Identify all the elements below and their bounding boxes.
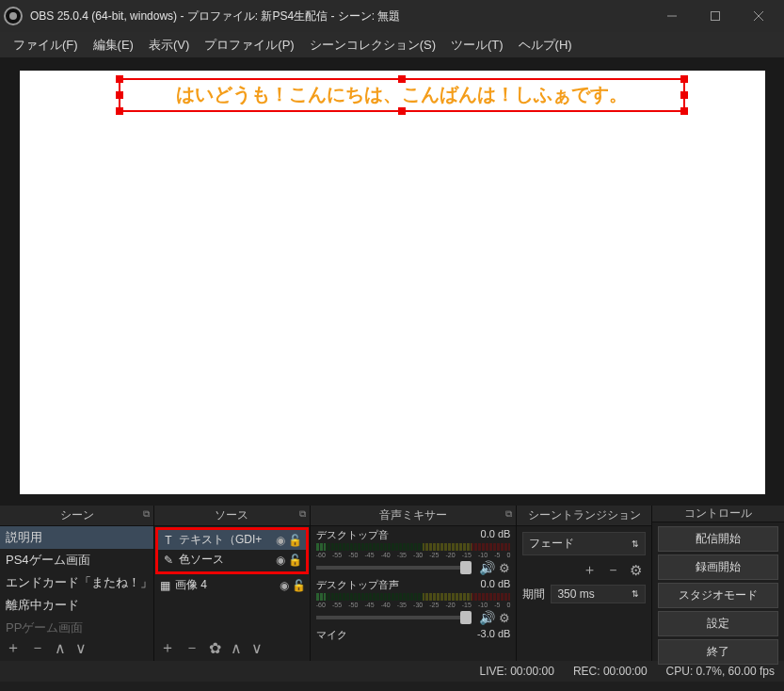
channel-name: マイク — [316, 628, 347, 642]
visibility-toggle[interactable]: ◉ — [277, 579, 292, 592]
resize-handle[interactable] — [116, 107, 123, 115]
preview-canvas[interactable]: はいどうも！こんにちは、こんばんは！しふぁです。 — [20, 71, 765, 494]
gear-icon[interactable]: ⚙ — [499, 611, 510, 625]
resize-handle[interactable] — [680, 91, 688, 99]
volume-slider[interactable] — [316, 616, 472, 619]
scene-item[interactable]: 説明用 — [0, 526, 153, 549]
mixer-header[interactable]: 音声ミキサー ⧉ — [311, 506, 517, 526]
title-bar: OBS 25.0.4 (64-bit, windows) - プロファイル: 新… — [0, 0, 784, 32]
duration-value: 350 ms — [557, 587, 594, 601]
source-label: 画像 4 — [175, 577, 277, 593]
resize-handle[interactable] — [680, 107, 688, 115]
scene-down-button[interactable]: ∨ — [75, 639, 87, 657]
scene-up-button[interactable]: ∧ — [55, 639, 66, 657]
remove-source-button[interactable]: － — [184, 638, 200, 658]
lock-toggle[interactable]: 🔓 — [288, 554, 303, 567]
chevron-updown-icon: ⇅ — [632, 589, 639, 599]
studio-mode-button[interactable]: スタジオモード — [658, 583, 778, 608]
sources-header[interactable]: ソース ⧉ — [154, 506, 310, 526]
transition-settings-button[interactable]: ⚙ — [630, 562, 642, 579]
source-item-color[interactable]: ✎ 色ソース ◉ 🔓 — [158, 550, 306, 570]
scenes-header[interactable]: シーン ⧉ — [0, 506, 153, 526]
volume-meter — [316, 593, 511, 601]
duration-label: 期間 — [522, 587, 545, 603]
menu-tools[interactable]: ツール(T) — [443, 33, 511, 57]
scene-item[interactable]: エンドカード「またね！」PS — [0, 571, 153, 594]
gear-icon[interactable]: ⚙ — [499, 561, 510, 575]
mixer-body: デスクトップ音0.0 dB -60-55-50-45-40-35-30-25-2… — [311, 526, 517, 661]
resize-handle[interactable] — [116, 91, 123, 99]
menu-help[interactable]: ヘルプ(H) — [511, 33, 580, 57]
minimize-button[interactable] — [650, 0, 694, 32]
controls-header[interactable]: コントロール — [652, 506, 784, 522]
volume-slider[interactable] — [316, 566, 472, 570]
sources-panel: ソース ⧉ T テキスト（GDI+ ◉ 🔓 ✎ 色ソース ◉ 🔓 ▦ — [154, 506, 311, 661]
preview-area[interactable]: はいどうも！こんにちは、こんばんは！しふぁです。 — [0, 58, 784, 506]
overlay-text: はいどうも！こんにちは、こんばんは！しふぁです。 — [176, 82, 628, 107]
resize-handle[interactable] — [398, 107, 406, 115]
scene-item[interactable]: 離席中カード — [0, 594, 153, 617]
popout-icon[interactable]: ⧉ — [143, 508, 150, 520]
status-bar: . LIVE: 00:00:00 REC: 00:00:00 CPU: 0.7%… — [0, 661, 784, 682]
popout-icon[interactable]: ⧉ — [505, 508, 512, 520]
source-label: テキスト（GDI+ — [179, 532, 273, 548]
status-live: LIVE: 00:00:00 — [479, 665, 553, 678]
start-streaming-button[interactable]: 配信開始 — [658, 526, 778, 552]
maximize-button[interactable] — [694, 0, 737, 32]
text-icon: T — [161, 534, 176, 547]
transitions-panel: シーントランジション フェード ⇅ ＋ － ⚙ 期間 350 ms ⇅ — [517, 506, 652, 661]
close-icon — [753, 10, 764, 22]
speaker-icon[interactable]: 🔊 — [479, 560, 495, 575]
lock-toggle[interactable]: 🔓 — [288, 534, 303, 547]
menu-view[interactable]: 表示(V) — [141, 33, 197, 57]
sources-title: ソース — [215, 507, 248, 523]
resize-handle[interactable] — [116, 75, 123, 83]
app-icon — [4, 7, 23, 25]
sources-list: T テキスト（GDI+ ◉ 🔓 ✎ 色ソース ◉ 🔓 ▦ 画像 4 ◉ 🔓 — [154, 526, 310, 635]
controls-body: 配信開始 録画開始 スタジオモード 設定 終了 — [652, 522, 784, 668]
close-button[interactable] — [737, 0, 780, 32]
menu-scene-collection[interactable]: シーンコレクション(S) — [302, 33, 443, 57]
add-scene-button[interactable]: ＋ — [6, 638, 21, 658]
source-down-button[interactable]: ∨ — [251, 639, 263, 657]
speaker-icon[interactable]: 🔊 — [479, 610, 495, 625]
chevron-updown-icon: ⇅ — [632, 539, 639, 549]
channel-db: 0.0 dB — [481, 528, 511, 542]
visibility-toggle[interactable]: ◉ — [273, 554, 288, 567]
channel-name: デスクトップ音声 — [316, 578, 399, 592]
scenes-list: 説明用 PS4ゲーム画面 エンドカード「またね！」PS 離席中カード PPゲーム… — [0, 526, 153, 635]
start-recording-button[interactable]: 録画開始 — [658, 554, 778, 580]
svg-rect-1 — [712, 12, 720, 21]
menu-edit[interactable]: 編集(E) — [86, 33, 141, 57]
channel-db: -3.0 dB — [477, 628, 510, 642]
remove-transition-button[interactable]: － — [606, 561, 620, 579]
annotation-highlight: T テキスト（GDI+ ◉ 🔓 ✎ 色ソース ◉ 🔓 — [155, 527, 309, 574]
lock-toggle[interactable]: 🔓 — [292, 579, 307, 592]
popout-icon[interactable]: ⧉ — [299, 508, 306, 520]
resize-handle[interactable] — [680, 75, 688, 83]
transition-current: フェード — [529, 536, 574, 552]
transitions-header[interactable]: シーントランジション — [517, 506, 651, 526]
minimize-icon — [666, 10, 678, 22]
menu-file[interactable]: ファイル(F) — [6, 33, 86, 57]
add-transition-button[interactable]: ＋ — [583, 561, 597, 579]
brush-icon: ✎ — [161, 554, 176, 567]
source-props-button[interactable]: ✿ — [209, 639, 221, 657]
scene-item[interactable]: PS4ゲーム画面 — [0, 549, 153, 571]
menu-profile[interactable]: プロファイル(P) — [197, 33, 301, 57]
scene-item[interactable]: PPゲーム画面 — [0, 617, 153, 635]
channel-name: デスクトップ音 — [316, 528, 389, 542]
controls-panel: コントロール 配信開始 録画開始 スタジオモード 設定 終了 — [652, 506, 784, 661]
visibility-toggle[interactable]: ◉ — [273, 534, 288, 547]
settings-button[interactable]: 設定 — [658, 611, 778, 636]
transition-select[interactable]: フェード ⇅ — [522, 532, 646, 555]
remove-scene-button[interactable]: － — [30, 638, 45, 658]
exit-button[interactable]: 終了 — [658, 639, 778, 665]
resize-handle[interactable] — [398, 75, 406, 83]
source-up-button[interactable]: ∧ — [231, 639, 242, 657]
add-source-button[interactable]: ＋ — [160, 638, 175, 658]
duration-spinner[interactable]: 350 ms ⇅ — [551, 585, 646, 603]
source-item-text[interactable]: T テキスト（GDI+ ◉ 🔓 — [158, 530, 306, 550]
source-item-image[interactable]: ▦ 画像 4 ◉ 🔓 — [154, 575, 310, 595]
selected-source-outline[interactable]: はいどうも！こんにちは、こんばんは！しふぁです。 — [119, 78, 685, 112]
